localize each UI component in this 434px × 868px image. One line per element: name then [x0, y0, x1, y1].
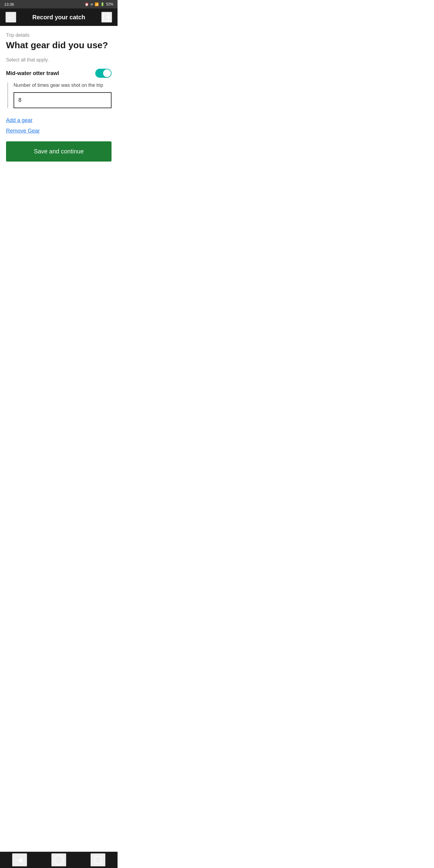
- gear-shot-input[interactable]: [13, 92, 112, 108]
- toggle-thumb: [103, 69, 111, 77]
- status-bar: 13:36 ⏰ ⊖ 📶 🔋 52%: [0, 0, 118, 8]
- gear-toggle[interactable]: [95, 69, 112, 78]
- minus-circle-icon: ⊖: [90, 2, 93, 6]
- select-all-label: Select all that apply.: [6, 57, 112, 63]
- nav-bar: ← Record your catch: [0, 8, 118, 26]
- gear-details-section: Number of times gear was shot on the tri…: [7, 83, 112, 108]
- battery-icon: 🔋: [100, 2, 104, 6]
- trip-details-label: Trip details: [6, 33, 112, 38]
- status-icons: ⏰ ⊖ 📶 🔋 52%: [85, 2, 113, 6]
- page-heading: What gear did you use?: [6, 40, 112, 51]
- save-continue-button[interactable]: Save and continue: [6, 141, 112, 161]
- battery-level: 52%: [106, 2, 113, 6]
- add-gear-row: Add a gear: [6, 117, 112, 124]
- signal-icon: 📶: [95, 2, 99, 6]
- remove-gear-button[interactable]: Remove Gear: [6, 128, 40, 134]
- toggle-track: [95, 69, 112, 78]
- exit-button[interactable]: [101, 12, 112, 23]
- page-title: Record your catch: [32, 14, 85, 21]
- gear-name: Mid-water otter trawl: [6, 70, 59, 76]
- alarm-icon: ⏰: [85, 2, 89, 6]
- back-button[interactable]: ←: [5, 12, 16, 23]
- exit-icon: [103, 13, 111, 21]
- status-time: 13:36: [4, 2, 14, 7]
- gear-toggle-row: Mid-water otter trawl: [6, 69, 112, 78]
- back-icon: ←: [7, 13, 14, 22]
- add-gear-button[interactable]: Add a gear: [6, 117, 33, 124]
- gear-shot-label: Number of times gear was shot on the tri…: [13, 83, 112, 88]
- main-content: Trip details What gear did you use? Sele…: [0, 26, 118, 167]
- remove-gear-row: Remove Gear: [6, 128, 112, 134]
